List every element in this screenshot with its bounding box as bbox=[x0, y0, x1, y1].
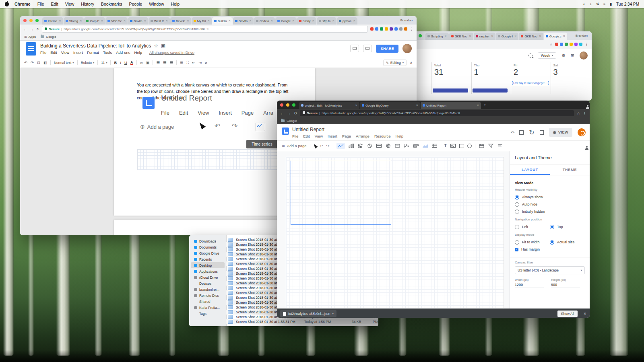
show-all-downloads-button[interactable]: Show All bbox=[557, 311, 578, 317]
minimize-window-button[interactable] bbox=[286, 103, 289, 107]
browser-tab[interactable]: DaVita ✕ bbox=[233, 17, 254, 25]
menu-dots-icon[interactable]: ⋮ bbox=[410, 27, 413, 31]
browser-tab[interactable]: Corp P ✕ bbox=[84, 17, 105, 25]
menu-item[interactable]: View bbox=[65, 2, 74, 6]
styles-dropdown[interactable]: Normal text ▾ bbox=[54, 61, 74, 65]
browser-tab[interactable]: python ✕ bbox=[337, 17, 357, 25]
bookmark-star-icon[interactable]: ☆ bbox=[577, 111, 580, 115]
docs-menu-item[interactable]: Help bbox=[134, 50, 142, 55]
tab-close-icon[interactable]: ✕ bbox=[80, 19, 82, 23]
extension-icon[interactable] bbox=[574, 43, 578, 46]
new-tab-icon[interactable]: + bbox=[484, 103, 486, 107]
extension-icon[interactable] bbox=[555, 43, 558, 46]
canvas-size-select[interactable]: US letter (4:3) - Landscape ▾ bbox=[515, 266, 585, 274]
undo-icon[interactable]: ↶ bbox=[320, 144, 323, 148]
datastudio-window[interactable]: project... Edit - Iot2Analytics ✕ Google… bbox=[277, 101, 590, 318]
docs-menu-item[interactable]: Tools bbox=[103, 50, 112, 55]
text-color-icon[interactable]: A bbox=[130, 60, 133, 65]
tab-close-icon[interactable]: ✕ bbox=[312, 19, 314, 23]
save-status[interactable]: All changes saved in Drive bbox=[149, 50, 194, 55]
datastudio-logo[interactable] bbox=[282, 128, 289, 135]
browser-tab[interactable]: Google-l ✕ bbox=[496, 33, 519, 40]
extension-icon[interactable] bbox=[390, 27, 393, 31]
sidebar-item[interactable]: Devices bbox=[191, 280, 225, 286]
browser-tab[interactable]: Easily ✕ bbox=[297, 17, 316, 25]
status-icon[interactable]: ◐ bbox=[583, 2, 585, 6]
account-avatar[interactable] bbox=[580, 51, 588, 60]
align-left-icon[interactable]: ☰ bbox=[156, 60, 160, 65]
extension-icon[interactable] bbox=[579, 43, 582, 46]
combo-chart-icon[interactable] bbox=[357, 144, 363, 148]
tab-close-icon[interactable]: ✕ bbox=[491, 35, 493, 38]
back-icon[interactable]: ← bbox=[23, 27, 27, 31]
extension-icon[interactable] bbox=[385, 27, 388, 31]
studio-menu-item[interactable]: Resource bbox=[374, 134, 391, 138]
menu-item[interactable]: Edit bbox=[51, 2, 58, 6]
profile-name[interactable]: Brandon bbox=[400, 19, 413, 22]
extension-icon[interactable] bbox=[404, 27, 407, 31]
account-avatar[interactable] bbox=[402, 44, 412, 53]
browser-tab[interactable]: GKE Nod ✕ bbox=[519, 33, 543, 40]
browser-tab[interactable]: Scripting ✕ bbox=[425, 33, 449, 40]
scatter-chart-icon[interactable] bbox=[404, 144, 410, 148]
menu-item[interactable]: History bbox=[81, 2, 94, 6]
status-icon[interactable]: ⇅ bbox=[596, 2, 599, 6]
tab-close-icon[interactable]: ✕ bbox=[187, 19, 189, 23]
studio-menu-item[interactable]: Insert bbox=[328, 134, 337, 138]
zoom-window-button[interactable] bbox=[35, 19, 39, 22]
extension-icon[interactable] bbox=[399, 27, 402, 31]
browser-tab[interactable]: GKE Nod ✕ bbox=[449, 33, 473, 40]
status-icon[interactable]: ♪ bbox=[590, 2, 592, 6]
docs-logo[interactable] bbox=[26, 42, 36, 56]
open-chat-icon[interactable] bbox=[363, 45, 372, 52]
apple-menu-icon[interactable] bbox=[5, 2, 9, 6]
downloaded-file-chip[interactable]: Iot2Analytics-a68b9ef...json ▾ bbox=[280, 310, 336, 317]
close-downloads-bar-icon[interactable]: ✕ bbox=[583, 312, 586, 316]
radio-icon[interactable] bbox=[515, 202, 519, 207]
redo-icon[interactable]: ↷ bbox=[326, 144, 330, 148]
reload-icon[interactable]: ↻ bbox=[294, 111, 297, 115]
calendar-event-bar[interactable] bbox=[552, 88, 587, 93]
filter-control-icon[interactable] bbox=[488, 144, 494, 148]
print-icon[interactable]: ⊡ bbox=[37, 60, 40, 65]
width-input[interactable]: 1200 bbox=[515, 282, 544, 288]
menu-item[interactable]: Window bbox=[149, 2, 164, 6]
day-number[interactable]: 3 bbox=[553, 68, 588, 77]
extension-icon[interactable] bbox=[380, 27, 383, 31]
apps-grid-icon[interactable]: ⊞ bbox=[571, 53, 574, 58]
calendar-day-column[interactable]: Sat 3 bbox=[551, 62, 590, 94]
pivot-table-icon[interactable] bbox=[431, 144, 438, 148]
height-input[interactable]: 900 bbox=[551, 282, 580, 288]
refresh-data-icon[interactable]: ↻ bbox=[529, 129, 534, 136]
collapse-toolbar-icon[interactable]: ∧ bbox=[410, 60, 413, 65]
day-number[interactable]: 31 bbox=[434, 68, 469, 77]
pie-chart-icon[interactable] bbox=[367, 144, 373, 148]
window-controls[interactable] bbox=[280, 103, 299, 107]
bookmark-star-icon[interactable]: ☆ bbox=[549, 42, 553, 46]
status-icon[interactable]: ≈ bbox=[603, 2, 605, 6]
studio-menu-item[interactable]: Edit bbox=[303, 134, 310, 138]
report-title[interactable]: Untitled Report bbox=[292, 127, 324, 132]
time-series-chart-icon[interactable] bbox=[336, 143, 345, 149]
tab-close-icon[interactable]: ✕ bbox=[355, 104, 357, 107]
insert-link-icon[interactable]: ∞ bbox=[140, 60, 143, 65]
redo-icon[interactable]: ↷ bbox=[31, 60, 34, 65]
bullet-chart-icon[interactable] bbox=[413, 144, 419, 148]
view-mode-button[interactable]: ◉ VIEW bbox=[549, 128, 572, 137]
radio-icon[interactable] bbox=[515, 210, 519, 214]
indent-decrease-icon[interactable]: ⇤ bbox=[192, 60, 195, 65]
studio-menu-item[interactable]: View bbox=[315, 134, 323, 138]
reload-icon[interactable]: ↻ bbox=[36, 27, 39, 31]
browser-tab[interactable]: Interna ✕ bbox=[42, 17, 63, 25]
radio-icon[interactable] bbox=[550, 225, 554, 229]
underline-icon[interactable]: U bbox=[124, 60, 127, 65]
bulleted-list-icon[interactable]: ∷ bbox=[186, 60, 189, 65]
sidebar-item[interactable]: Downloads bbox=[191, 238, 225, 244]
table-chart-icon[interactable] bbox=[376, 144, 382, 148]
day-number[interactable]: 1 bbox=[474, 68, 509, 77]
radio-initially-hidden[interactable]: Initially hidden bbox=[515, 208, 585, 215]
status-icon[interactable]: ▮ bbox=[610, 2, 612, 6]
fullscreen-icon[interactable] bbox=[519, 130, 524, 135]
address-bar[interactable]: Secure | https://docs.google.com/documen… bbox=[42, 26, 368, 33]
undo-icon[interactable]: ↶ bbox=[24, 60, 27, 65]
